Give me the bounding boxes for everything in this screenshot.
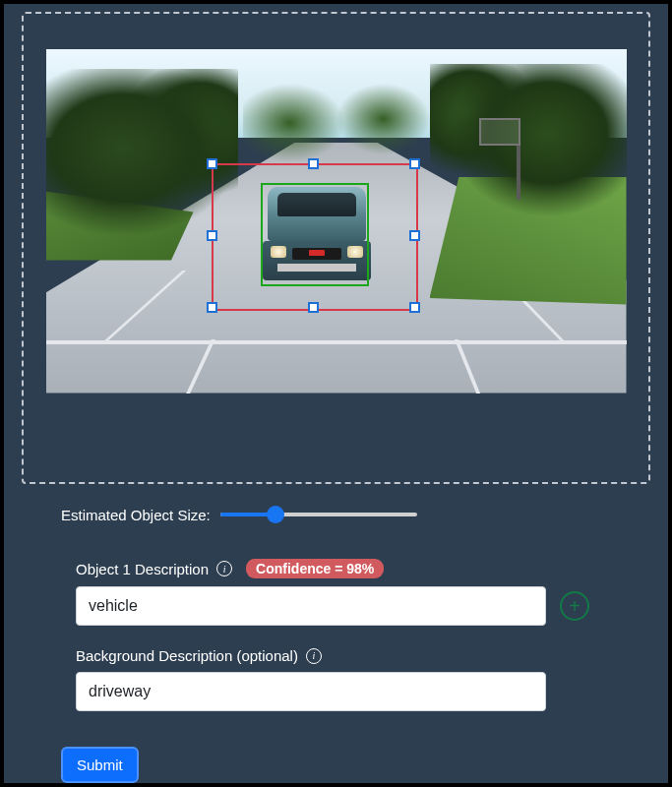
object1-label: Object 1 Description bbox=[76, 561, 209, 577]
upload-dropzone[interactable] bbox=[22, 12, 650, 484]
object1-input[interactable] bbox=[76, 586, 546, 626]
resize-handle-top-right[interactable] bbox=[409, 158, 420, 169]
resize-handle-top-mid[interactable] bbox=[308, 158, 319, 169]
plus-icon: + bbox=[569, 596, 580, 616]
controls-section: Estimated Object Size: Object 1 Descript… bbox=[61, 506, 601, 783]
info-icon[interactable]: i bbox=[216, 561, 232, 576]
confidence-badge: Confidence = 98% bbox=[246, 559, 384, 578]
submit-button[interactable]: Submit bbox=[61, 747, 139, 783]
user-bounding-box[interactable] bbox=[212, 163, 418, 311]
background-group: Background Description (optional) i bbox=[76, 647, 601, 711]
slider-thumb[interactable] bbox=[267, 506, 284, 523]
resize-handle-bottom-mid[interactable] bbox=[308, 302, 319, 313]
background-input[interactable] bbox=[76, 672, 546, 711]
resize-handle-mid-left[interactable] bbox=[207, 230, 217, 241]
object-size-slider[interactable] bbox=[220, 506, 417, 523]
resize-handle-bottom-right[interactable] bbox=[409, 302, 420, 313]
annotation-panel: Estimated Object Size: Object 1 Descript… bbox=[4, 4, 668, 783]
background-label: Background Description (optional) bbox=[76, 647, 298, 664]
object-size-label: Estimated Object Size: bbox=[61, 507, 211, 523]
scene-trees-right bbox=[430, 64, 627, 261]
info-icon[interactable]: i bbox=[306, 648, 322, 664]
scene-trees-back bbox=[243, 84, 430, 162]
object1-group: Object 1 Description i Confidence = 98% … bbox=[76, 559, 601, 626]
object-size-row: Estimated Object Size: bbox=[61, 506, 601, 523]
image-viewer[interactable] bbox=[46, 49, 627, 394]
scene-basketball-hoop bbox=[469, 118, 528, 167]
resize-handle-top-left[interactable] bbox=[207, 158, 217, 169]
resize-handle-bottom-left[interactable] bbox=[207, 302, 217, 313]
resize-handle-mid-right[interactable] bbox=[409, 230, 420, 241]
add-object-button[interactable]: + bbox=[560, 591, 589, 621]
